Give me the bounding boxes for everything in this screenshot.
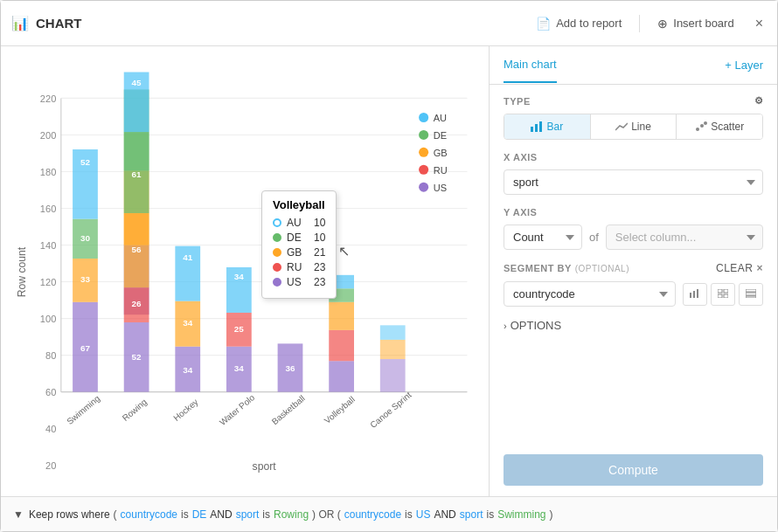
svg-rect-92 (718, 289, 722, 293)
xaxis-label: X AXIS (504, 152, 763, 162)
cursor-indicator: ↖ (338, 243, 350, 259)
svg-rect-90 (693, 291, 695, 298)
svg-text:sport: sport (253, 460, 277, 473)
svg-rect-60 (329, 288, 354, 301)
svg-point-86 (696, 128, 699, 131)
svg-text:120: 120 (40, 277, 56, 287)
type-scatter-button[interactable]: Scatter (677, 114, 762, 139)
svg-point-75 (419, 130, 428, 140)
svg-rect-61 (329, 275, 354, 288)
svg-rect-84 (535, 124, 538, 132)
insert-icon: ⊕ (657, 17, 668, 31)
filter2-field: sport (236, 508, 260, 521)
keep-rows-label: Keep rows where (29, 508, 110, 521)
svg-rect-91 (697, 289, 698, 298)
yaxis-count-select[interactable]: Count (504, 225, 582, 250)
svg-text:100: 100 (40, 314, 56, 324)
svg-text:34: 34 (183, 365, 193, 375)
filter2-op: is (262, 508, 270, 521)
svg-rect-62 (380, 359, 406, 392)
filter4-val: Swimming (497, 508, 545, 521)
svg-point-73 (419, 113, 428, 122)
segment-optional: (Optional) (575, 264, 629, 273)
svg-rect-97 (746, 293, 756, 295)
gear-icon[interactable]: ⚙ (754, 95, 764, 107)
svg-text:34: 34 (234, 272, 245, 281)
seg-grid-icon (718, 289, 728, 298)
segment-clear-label: Clear (716, 262, 754, 274)
svg-rect-94 (718, 294, 722, 298)
svg-point-81 (419, 183, 428, 192)
svg-text:52: 52 (80, 157, 91, 167)
bar-chart: Row count 220 200 (8, 55, 482, 489)
svg-text:67: 67 (80, 343, 91, 353)
svg-rect-85 (539, 121, 542, 132)
tab-main-chart[interactable]: Main chart (504, 47, 557, 83)
type-bar-button[interactable]: Bar (504, 114, 591, 139)
yaxis-column-select[interactable]: Select column... (606, 225, 763, 250)
svg-text:36: 36 (285, 363, 295, 373)
close-button[interactable]: × (752, 12, 767, 35)
yaxis-label: Y AXIS (504, 207, 763, 218)
svg-rect-96 (746, 289, 756, 292)
svg-text:US: US (434, 183, 447, 193)
svg-rect-83 (531, 127, 533, 132)
svg-text:180: 180 (40, 167, 56, 177)
svg-rect-93 (724, 289, 728, 293)
yaxis-of-label: of (589, 231, 599, 244)
svg-text:41: 41 (183, 252, 193, 262)
options-label: OPTIONS (511, 319, 562, 332)
svg-text:25: 25 (234, 324, 245, 334)
xaxis-section: X AXIS sport (504, 152, 763, 195)
segment-clear-group: Clear × (716, 262, 763, 274)
segment-bar-icon-btn[interactable] (683, 283, 707, 306)
svg-text:Volleyball: Volleyball (323, 394, 357, 425)
svg-point-77 (419, 148, 428, 157)
segment-row: countrycode (504, 281, 763, 307)
svg-text:220: 220 (40, 93, 56, 104)
svg-text:60: 60 (45, 387, 56, 397)
svg-text:52: 52 (132, 352, 142, 362)
and1-label: AND (210, 508, 232, 521)
svg-text:Rowing: Rowing (121, 397, 149, 423)
svg-rect-57 (329, 361, 354, 391)
segment-clear-icon[interactable]: × (756, 262, 763, 274)
svg-rect-89 (690, 293, 691, 298)
svg-text:56: 56 (132, 245, 142, 254)
svg-point-88 (704, 121, 707, 125)
segment-grid-icon-btn[interactable] (711, 283, 735, 306)
svg-rect-63 (380, 340, 406, 359)
header-actions: 📄 Add to report ⊕ Insert board × (529, 12, 767, 35)
add-layer-button[interactable]: + Layer (725, 59, 763, 72)
filter-icon: ▼ (13, 508, 24, 521)
svg-text:200: 200 (40, 130, 56, 141)
svg-text:26: 26 (132, 299, 142, 308)
svg-rect-59 (329, 302, 354, 330)
svg-text:20: 20 (45, 460, 56, 471)
right-panel: Main chart + Layer TYPE ⚙ Bar (489, 46, 777, 496)
svg-point-79 (419, 165, 428, 175)
svg-text:80: 80 (45, 350, 56, 361)
svg-text:34: 34 (234, 363, 245, 373)
panel-body: TYPE ⚙ Bar Line (490, 85, 777, 444)
compute-button[interactable]: Compute (504, 454, 763, 486)
insert-board-button[interactable]: ⊕ Insert board (650, 13, 740, 34)
type-line-button[interactable]: Line (591, 114, 677, 139)
segment-by-text: SEGMENT BY (504, 263, 572, 273)
bar-icon (531, 121, 543, 132)
segment-select[interactable]: countrycode (504, 281, 676, 307)
add-to-report-button[interactable]: 📄 Add to report (529, 13, 629, 34)
segment-label: SEGMENT BY (Optional) Clear × (504, 262, 763, 274)
yaxis-section: Y AXIS Count of Select column... (504, 207, 763, 250)
header-divider (639, 15, 640, 32)
svg-text:DE: DE (434, 130, 447, 141)
options-row[interactable]: › OPTIONS (504, 319, 763, 332)
xaxis-select[interactable]: sport (504, 169, 763, 195)
svg-text:30: 30 (80, 233, 91, 243)
svg-rect-95 (724, 294, 728, 298)
svg-rect-64 (380, 325, 406, 340)
chart-icon: 📊 (11, 15, 29, 31)
segment-table-icon-btn[interactable] (739, 283, 763, 306)
chart-area: Row count 220 200 (1, 46, 489, 496)
chart-svg-container: Row count 220 200 (8, 55, 482, 489)
